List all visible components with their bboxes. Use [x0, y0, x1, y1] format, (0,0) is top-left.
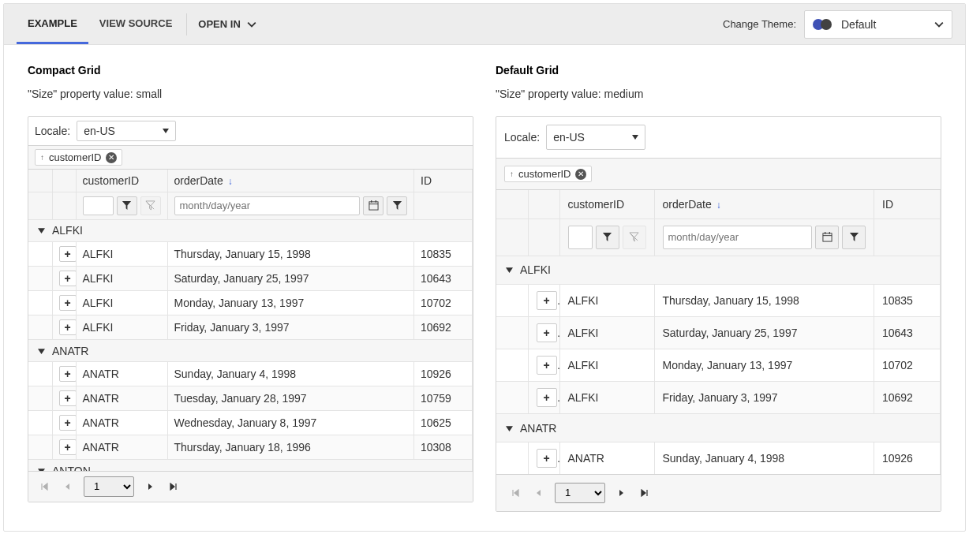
cell-orderdate: Monday, January 13, 1997	[654, 349, 874, 382]
table-row[interactable]: +ANATRSunday, January 4, 199810926	[28, 362, 473, 386]
table-row[interactable]: +ANATRWednesday, January 8, 199710625	[28, 411, 473, 435]
locale-value: en-US	[84, 125, 115, 137]
cell-orderdate: Thursday, January 18, 1996	[167, 435, 413, 460]
table-row[interactable]: +ANATRThursday, January 18, 199610308	[28, 435, 473, 460]
table-row[interactable]: +ANATRTuesday, January 28, 199710759	[28, 386, 473, 411]
filter-icon[interactable]	[117, 196, 137, 215]
sort-asc-icon: ↑	[40, 153, 44, 162]
pager: 1	[496, 474, 941, 511]
tab-example[interactable]: EXAMPLE	[17, 4, 88, 44]
cell-customerid: ALFKI	[559, 349, 654, 382]
group-chip[interactable]: ↑ customerID ✕	[504, 166, 592, 182]
pager-page-select[interactable]: 1	[84, 476, 134, 497]
compact-grid-title: Compact Grid	[28, 64, 473, 77]
cell-orderdate: Sunday, January 4, 1998	[654, 442, 874, 474]
theme-picker[interactable]: Default	[804, 10, 952, 39]
remove-group-icon[interactable]: ✕	[575, 169, 586, 180]
cell-id: 10835	[413, 242, 472, 267]
expand-row-button[interactable]: +	[537, 291, 557, 310]
locale-dropdown[interactable]: en-US	[546, 125, 645, 150]
table-row[interactable]: +ALFKISaturday, January 25, 199710643	[496, 317, 941, 349]
pager-first[interactable]	[507, 485, 523, 501]
table-row[interactable]: +ALFKISaturday, January 25, 199710643	[28, 267, 473, 291]
table-row[interactable]: +ALFKIFriday, January 3, 199710692	[496, 382, 941, 414]
compact-grid-subtitle: "Size" property value: small	[28, 88, 473, 100]
expand-row-button[interactable]: +	[537, 356, 557, 375]
table-row[interactable]: +ALFKIThursday, January 15, 199810835	[28, 242, 473, 267]
cell-id: 10308	[413, 435, 472, 460]
filter-icon[interactable]	[842, 226, 866, 249]
table-row[interactable]: +ALFKIFriday, January 3, 199710692	[28, 315, 473, 340]
group-name: ANTON	[52, 465, 91, 471]
cell-customerid: ANATR	[76, 411, 167, 435]
col-customerid[interactable]: customerID	[559, 190, 654, 218]
locale-dropdown[interactable]: en-US	[77, 121, 176, 141]
col-orderdate[interactable]: orderDate↓	[654, 190, 874, 218]
cell-id: 10702	[874, 349, 940, 382]
open-in-dropdown[interactable]: OPEN IN	[190, 18, 264, 30]
expand-row-button[interactable]: +	[59, 366, 77, 382]
filter-customerid-input[interactable]	[568, 226, 593, 249]
pager-next[interactable]	[142, 479, 158, 495]
filter-orderdate-input[interactable]	[174, 196, 361, 215]
cell-orderdate: Tuesday, January 28, 1997	[167, 386, 413, 411]
clear-filter-icon[interactable]	[140, 196, 161, 215]
cell-orderdate: Wednesday, January 8, 1997	[167, 411, 413, 435]
expand-row-button[interactable]: +	[59, 390, 77, 406]
col-id[interactable]: ID	[874, 190, 941, 218]
pager-last[interactable]	[166, 479, 181, 495]
expand-row-button[interactable]: +	[59, 295, 77, 311]
pager-prev[interactable]	[531, 485, 547, 501]
locale-value: en-US	[553, 131, 585, 144]
table-row[interactable]: +ALFKIMonday, January 13, 199710702	[496, 349, 941, 382]
group-chip[interactable]: ↑ customerID ✕	[35, 149, 122, 166]
col-id[interactable]: ID	[414, 170, 473, 192]
clear-filter-icon[interactable]	[623, 226, 646, 249]
group-header[interactable]: ANATR	[496, 414, 941, 442]
cell-customerid: ANATR	[76, 435, 167, 460]
filter-icon[interactable]	[596, 226, 619, 249]
group-header[interactable]: ALFKI	[28, 220, 473, 242]
expand-row-button[interactable]: +	[59, 415, 77, 431]
filter-customerid-input[interactable]	[83, 196, 114, 215]
group-header[interactable]: ALFKI	[496, 256, 941, 285]
pager-prev[interactable]	[60, 479, 76, 495]
calendar-icon[interactable]	[363, 196, 383, 215]
header-row: customerID orderDate↓ ID	[28, 170, 473, 192]
pager-last[interactable]	[637, 485, 653, 501]
cell-customerid: ALFKI	[76, 315, 167, 340]
filter-orderdate-input[interactable]	[663, 226, 813, 249]
expand-row-button[interactable]: +	[537, 388, 557, 407]
cell-id: 10702	[413, 291, 472, 315]
pager-next[interactable]	[613, 485, 629, 501]
expand-row-button[interactable]: +	[59, 439, 77, 455]
sort-desc-icon: ↓	[716, 200, 721, 211]
expand-row-button[interactable]: +	[537, 449, 557, 468]
cell-id: 10625	[413, 411, 472, 435]
cell-customerid: ANATR	[76, 386, 167, 411]
table-row[interactable]: +ALFKIThursday, January 15, 199810835	[496, 285, 941, 317]
expand-row-button[interactable]: +	[59, 271, 77, 286]
cell-customerid: ALFKI	[559, 317, 654, 349]
cell-customerid: ALFKI	[559, 285, 654, 317]
pager-first[interactable]	[36, 479, 52, 495]
expand-row-button[interactable]: +	[59, 246, 77, 262]
col-customerid[interactable]: customerID	[76, 170, 167, 192]
cell-customerid: ALFKI	[76, 242, 167, 267]
table-row[interactable]: +ALFKIMonday, January 13, 199710702	[28, 291, 473, 315]
pager-page-select[interactable]: 1	[555, 483, 605, 503]
cell-orderdate: Thursday, January 15, 1998	[167, 242, 413, 267]
remove-group-icon[interactable]: ✕	[106, 152, 117, 163]
group-header[interactable]: ANTON	[28, 460, 473, 471]
filter-icon[interactable]	[387, 196, 407, 215]
table-row[interactable]: +ANATRSunday, January 4, 199810926	[496, 442, 941, 474]
calendar-icon[interactable]	[815, 226, 839, 249]
group-header[interactable]: ANATR	[28, 340, 473, 362]
topbar: EXAMPLE VIEW SOURCE OPEN IN Change Theme…	[4, 4, 965, 45]
cell-customerid: ALFKI	[76, 291, 167, 315]
tab-view-source[interactable]: VIEW SOURCE	[88, 4, 183, 44]
expand-row-button[interactable]: +	[59, 319, 77, 335]
header-row: customerID orderDate↓ ID	[496, 190, 941, 218]
expand-row-button[interactable]: +	[537, 323, 557, 342]
col-orderdate[interactable]: orderDate↓	[167, 170, 414, 192]
